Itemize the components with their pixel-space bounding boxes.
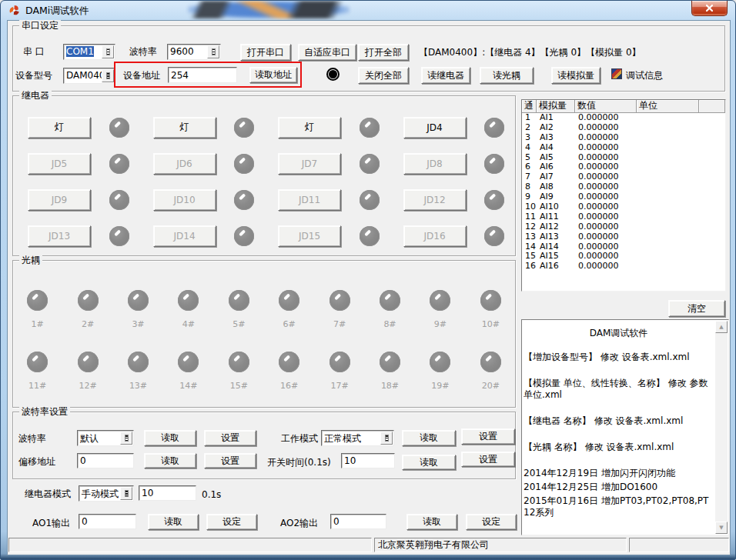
offset-read-button[interactable]: 读取	[144, 453, 196, 468]
title-bar[interactable]: DAMi调试软件	[1, 1, 735, 20]
analog-row[interactable]: 12 AI12 0.000000	[522, 222, 725, 232]
close-all-button[interactable]: 关闭全部	[358, 67, 409, 84]
work-mode-set-button[interactable]: 设置	[461, 428, 515, 445]
read-opto-button[interactable]: 读光耦	[480, 67, 534, 84]
log-panel[interactable]: DAM调试软件 【增加设备型号】 修改 设备表.xml.xml【模拟量 单位、线…	[521, 319, 729, 535]
app-window: DAMi调试软件 串口设定 串 口 COM1 波特率 9600 打开串口 自适应…	[0, 0, 736, 560]
read-relay-button[interactable]: 读继电器	[421, 67, 470, 84]
analog-row[interactable]: 11 AI11 0.000000	[522, 212, 725, 222]
col-header-analog[interactable]: 模拟量	[537, 100, 575, 113]
offset-address-input[interactable]	[77, 453, 134, 468]
relay-mode-dropdown-icon[interactable]	[120, 487, 132, 500]
device-model-label: 设备型号	[15, 70, 52, 81]
relay-button[interactable]: JD4	[403, 117, 467, 138]
auto-serial-button[interactable]: 自适应串口	[298, 44, 356, 61]
work-mode-combo[interactable]: 正常模式	[321, 430, 394, 446]
col-header-value[interactable]: 数值	[575, 100, 637, 113]
baud-set-button[interactable]: 设置	[204, 430, 256, 446]
analog-unit	[637, 153, 699, 163]
device-model-combo[interactable]: DAM0400	[63, 68, 115, 84]
baud-combo[interactable]: 9600	[167, 44, 221, 60]
analog-row[interactable]: 9 AI9 0.000000	[522, 192, 725, 202]
baud-set-combo[interactable]: 默认	[77, 430, 134, 446]
relay-button[interactable]: JD11	[278, 189, 341, 211]
analog-row[interactable]: 7 AI7 0.000000	[522, 172, 725, 182]
clear-log-button[interactable]: 清空	[668, 300, 725, 317]
serial-port-dropdown-icon[interactable]	[102, 45, 114, 58]
close-button[interactable]	[691, 1, 728, 16]
work-mode-dropdown-icon[interactable]	[380, 432, 393, 445]
opto-label: 2#	[82, 319, 94, 329]
relay-button[interactable]: JD6	[153, 153, 216, 175]
device-summary: 【DAM0400】:【继电器 4】【光耦 0】【模拟量 0】	[419, 47, 641, 58]
ao2-read-button[interactable]: 读取	[406, 514, 457, 530]
ao1-read-button[interactable]: 读取	[148, 514, 199, 530]
open-serial-button[interactable]: 打开串口	[240, 44, 291, 61]
analog-row[interactable]: 5 AI5 0.000000	[522, 153, 725, 163]
read-address-button[interactable]: 读取地址	[249, 67, 297, 83]
analog-table[interactable]: 通 模拟量 数值 单位 1 AI1 0.000000	[521, 99, 726, 292]
analog-row[interactable]: 13 AI13 0.000000	[522, 232, 725, 242]
work-mode-read-button[interactable]: 读取	[402, 430, 456, 446]
relay-mode-time-input[interactable]	[139, 485, 196, 501]
log-line	[524, 429, 714, 439]
relay-button[interactable]: 灯	[28, 117, 91, 138]
ao2-set-button[interactable]: 设定	[466, 514, 517, 530]
scroll-down-icon[interactable]: ▼	[715, 522, 728, 534]
analog-row[interactable]: 16 AI16 0.000000	[522, 262, 725, 272]
relay-button[interactable]: JD9	[28, 189, 91, 211]
analog-row[interactable]: 8 AI8 0.000000	[522, 182, 725, 192]
analog-row[interactable]: 14 AI14 0.000000	[522, 242, 725, 252]
analog-row[interactable]: 1 AI1 0.000000	[522, 113, 725, 123]
baud-dropdown-icon[interactable]	[207, 45, 219, 58]
analog-value: 0.000000	[575, 153, 637, 163]
relay-indicator-led	[360, 226, 380, 246]
analog-row[interactable]: 2 AI2 0.000000	[522, 123, 725, 133]
relay-button[interactable]: 灯	[153, 117, 216, 138]
col-header-unit[interactable]: 单位	[637, 100, 699, 113]
opto-cell: 7#	[314, 280, 364, 342]
opto-indicator-led	[27, 352, 48, 372]
relay-button[interactable]: JD14	[153, 225, 216, 247]
ao1-input[interactable]	[79, 514, 136, 529]
relay-button[interactable]: JD5	[28, 153, 91, 175]
switch-time-input[interactable]	[341, 453, 395, 468]
col-header-channel[interactable]: 通	[522, 100, 537, 113]
analog-row[interactable]: 4 AI4 0.000000	[522, 143, 725, 153]
device-address-input[interactable]	[168, 67, 237, 83]
analog-row[interactable]: 10 AI10 0.000000	[522, 202, 725, 212]
serial-port-combo[interactable]: COM1	[63, 44, 115, 60]
analog-row[interactable]: 3 AI3 0.000000	[522, 133, 725, 143]
read-analog-button[interactable]: 读模拟量	[551, 67, 601, 84]
analog-name: AI12	[537, 222, 575, 232]
relay-button[interactable]: JD12	[403, 189, 467, 211]
device-model-dropdown-icon[interactable]	[102, 69, 114, 82]
analog-row[interactable]: 6 AI6 0.000000	[522, 162, 725, 172]
debug-info-label[interactable]: 调试信息	[626, 70, 663, 81]
work-mode-label: 工作模式	[281, 433, 318, 444]
ao2-input[interactable]	[330, 514, 386, 529]
switch-time-read-button[interactable]: 读取	[402, 455, 456, 470]
analog-row[interactable]: 15 AI15 0.000000	[522, 252, 725, 262]
open-all-button[interactable]: 打开全部	[358, 44, 409, 61]
relay-button[interactable]: JD8	[403, 153, 467, 175]
ao1-set-button[interactable]: 设定	[206, 514, 257, 530]
relay-button[interactable]: JD7	[278, 153, 341, 175]
analog-name: AI6	[537, 162, 575, 172]
baud-set-dropdown-icon[interactable]	[120, 432, 132, 445]
relay-button[interactable]: 灯	[278, 117, 341, 138]
relay-button[interactable]: JD15	[278, 225, 341, 247]
analog-unit	[637, 262, 699, 272]
scroll-up-icon[interactable]: ▲	[715, 321, 728, 333]
relay-button[interactable]: JD10	[153, 189, 216, 211]
baud-read-button[interactable]: 读取	[144, 430, 196, 446]
relay-indicator-led	[109, 226, 129, 246]
log-line	[524, 403, 714, 413]
switch-time-set-button[interactable]: 设置	[461, 452, 515, 467]
relay-indicator-led	[234, 190, 254, 210]
relay-button[interactable]: JD16	[403, 225, 467, 247]
log-scrollbar[interactable]: ▲ ▼	[715, 321, 728, 534]
relay-mode-combo[interactable]: 手动模式	[79, 485, 134, 502]
offset-set-button[interactable]: 设置	[204, 453, 256, 468]
relay-button[interactable]: JD13	[28, 225, 91, 247]
